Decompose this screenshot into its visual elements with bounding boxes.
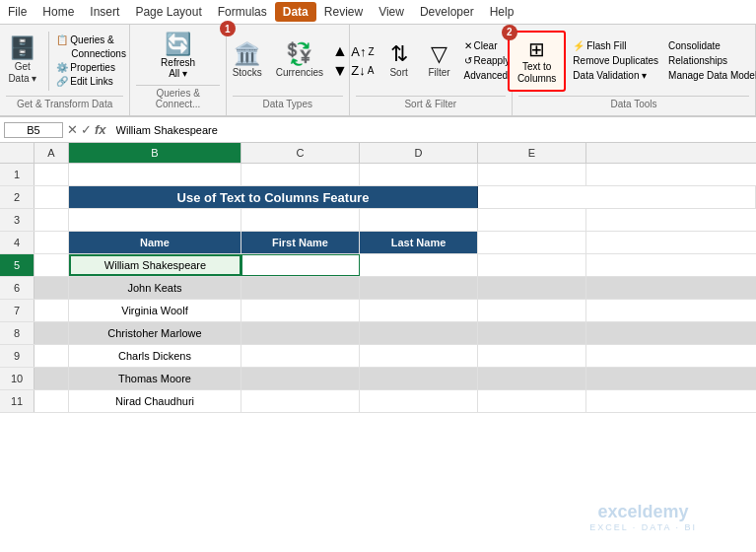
cell-e8[interactable] — [478, 322, 586, 344]
menu-data[interactable]: Data — [275, 2, 316, 22]
cell-c6[interactable] — [241, 277, 360, 299]
cell-b1[interactable] — [69, 164, 241, 185]
cell-e1[interactable] — [478, 164, 586, 185]
text-to-columns-button[interactable]: 2 ⊞ Text toColumns — [508, 31, 566, 92]
refresh-all-button[interactable]: 🔄 RefreshAll ▾ — [153, 29, 203, 82]
cell-b3[interactable] — [69, 209, 241, 231]
cell-b11[interactable]: Nirad Chaudhuri — [69, 390, 241, 412]
cell-b6[interactable]: John Keats — [69, 277, 241, 299]
cell-b2-title[interactable]: Use of Text to Columns Feature — [69, 186, 478, 208]
menu-page-layout[interactable]: Page Layout — [127, 2, 209, 22]
flash-fill-button[interactable]: ⚡ Flash Fill — [570, 39, 661, 52]
menu-formulas[interactable]: Formulas — [210, 2, 275, 22]
cancel-formula-icon[interactable]: ✕ — [67, 122, 78, 137]
cell-a2[interactable] — [34, 186, 69, 208]
cell-d5[interactable] — [360, 254, 478, 276]
cell-a1[interactable] — [34, 164, 69, 185]
cell-d8[interactable] — [360, 322, 478, 344]
sort-button[interactable]: ⇅ Sort — [380, 40, 418, 82]
cell-a11[interactable] — [34, 390, 69, 412]
cell-b10[interactable]: Thomas Moore — [69, 368, 241, 389]
cell-c4-header[interactable]: First Name — [241, 232, 360, 253]
remove-duplicates-button[interactable]: Remove Duplicates — [570, 54, 661, 67]
menu-help[interactable]: Help — [482, 2, 522, 22]
stocks-button[interactable]: 🏛️ Stocks — [228, 40, 267, 82]
consolidate-button[interactable]: Consolidate — [665, 39, 756, 52]
sort-desc-button[interactable]: Z↓A — [348, 62, 377, 79]
cell-a7[interactable] — [34, 300, 69, 321]
confirm-formula-icon[interactable]: ✓ — [81, 122, 92, 137]
properties-button[interactable]: ⚙️ Properties — [53, 61, 129, 74]
sort-asc-button[interactable]: A↑Z — [348, 43, 377, 60]
cell-a5[interactable] — [34, 254, 69, 276]
reapply-button[interactable]: ↺ Reapply — [461, 54, 514, 67]
manage-data-model-button[interactable]: Manage Data Model — [665, 69, 756, 82]
row-num-7: 7 — [0, 300, 34, 321]
cell-d9[interactable] — [360, 345, 478, 367]
currencies-icon: 💱 — [286, 43, 312, 65]
data-validation-button[interactable]: Data Validation ▾ — [570, 69, 661, 82]
get-data-button[interactable]: 🗄️ GetData ▾ — [0, 34, 44, 88]
cell-e11[interactable] — [478, 390, 586, 412]
cell-b9[interactable]: Charls Dickens — [69, 345, 241, 367]
cell-e3[interactable] — [478, 209, 586, 231]
col-header-c[interactable]: C — [241, 143, 360, 163]
menu-view[interactable]: View — [371, 2, 412, 22]
data-types-badge: 1 — [220, 21, 236, 36]
clear-button[interactable]: ✕ Clear — [461, 39, 514, 52]
cell-c8[interactable] — [241, 322, 360, 344]
insert-function-icon[interactable]: fx — [95, 122, 106, 137]
cell-b5[interactable]: William Shakespeare — [69, 254, 241, 276]
cell-c3[interactable] — [241, 209, 360, 231]
menu-home[interactable]: Home — [34, 2, 82, 22]
cell-a3[interactable] — [34, 209, 69, 231]
cell-c5[interactable] — [241, 254, 360, 276]
cell-d11[interactable] — [360, 390, 478, 412]
cell-e7[interactable] — [478, 300, 586, 321]
cell-e2[interactable] — [478, 186, 756, 208]
cell-b7[interactable]: Virginia Woolf — [69, 300, 241, 321]
menu-insert[interactable]: Insert — [82, 2, 127, 22]
cell-e9[interactable] — [478, 345, 586, 367]
col-header-e[interactable]: E — [478, 143, 586, 163]
cell-d6[interactable] — [360, 277, 478, 299]
col-header-a[interactable]: A — [34, 143, 69, 163]
currencies-button[interactable]: 💱 Currencies — [271, 40, 328, 82]
edit-links-button[interactable]: 🔗 Edit Links — [53, 75, 129, 88]
advanced-button[interactable]: Advanced — [461, 69, 514, 82]
cell-c11[interactable] — [241, 390, 360, 412]
filter-button[interactable]: ▽ Filter — [421, 40, 458, 82]
cell-c9[interactable] — [241, 345, 360, 367]
cell-d10[interactable] — [360, 368, 478, 389]
cell-d7[interactable] — [360, 300, 478, 321]
cell-b8[interactable]: Christoher Marlowe — [69, 322, 241, 344]
cell-d1[interactable] — [360, 164, 478, 185]
data-type-less[interactable]: ▼ — [332, 62, 348, 80]
cell-c1[interactable] — [241, 164, 360, 185]
col-header-b[interactable]: B — [69, 143, 241, 163]
queries-connections-btn2[interactable]: Connections — [53, 47, 129, 60]
cell-a4[interactable] — [34, 232, 69, 253]
cell-d3[interactable] — [360, 209, 478, 231]
cell-e5[interactable] — [478, 254, 586, 276]
cell-a8[interactable] — [34, 322, 69, 344]
cell-a9[interactable] — [34, 345, 69, 367]
cell-d4-header[interactable]: Last Name — [360, 232, 478, 253]
cell-b4-header[interactable]: Name — [69, 232, 241, 253]
menu-file[interactable]: File — [0, 2, 34, 22]
cell-e4[interactable] — [478, 232, 586, 253]
formula-input[interactable] — [112, 123, 752, 137]
data-type-more[interactable]: ▲ — [332, 42, 348, 60]
cell-e10[interactable] — [478, 368, 586, 389]
relationships-button[interactable]: Relationships — [665, 54, 756, 67]
cell-c7[interactable] — [241, 300, 360, 321]
cell-a10[interactable] — [34, 368, 69, 389]
menu-developer[interactable]: Developer — [412, 2, 482, 22]
cell-reference-box[interactable] — [4, 122, 63, 138]
cell-c10[interactable] — [241, 368, 360, 389]
cell-e6[interactable] — [478, 277, 586, 299]
cell-a6[interactable] — [34, 277, 69, 299]
queries-connections-button[interactable]: 📋 Queries & — [53, 34, 129, 46]
col-header-d[interactable]: D — [360, 143, 478, 163]
menu-review[interactable]: Review — [316, 2, 371, 22]
